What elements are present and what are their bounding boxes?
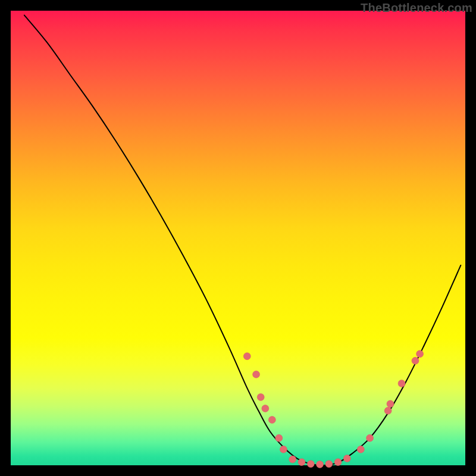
data-marker (243, 353, 250, 360)
data-marker (416, 350, 424, 358)
data-marker (387, 400, 394, 408)
data-marker (367, 434, 374, 441)
data-marker (268, 416, 275, 424)
data-marker (412, 357, 419, 364)
data-marker (384, 407, 392, 414)
data-marker (317, 461, 324, 468)
data-marker (343, 455, 350, 462)
chart-stage: TheBottleneck.com (0, 0, 476, 476)
data-marker (357, 446, 364, 453)
data-marker (334, 459, 342, 466)
data-marker (307, 461, 314, 468)
plot-area (11, 11, 465, 465)
watermark-text: TheBottleneck.com (361, 1, 472, 15)
data-marker (262, 405, 269, 412)
data-marker (275, 434, 283, 441)
data-marker (298, 459, 305, 466)
chart-svg (11, 11, 465, 465)
data-marker (280, 446, 287, 453)
marker-group (243, 350, 423, 468)
data-marker (253, 371, 260, 378)
data-marker (289, 456, 296, 463)
data-marker (398, 380, 405, 387)
data-marker (257, 393, 264, 400)
curve-line (24, 15, 461, 465)
data-marker (325, 461, 333, 468)
